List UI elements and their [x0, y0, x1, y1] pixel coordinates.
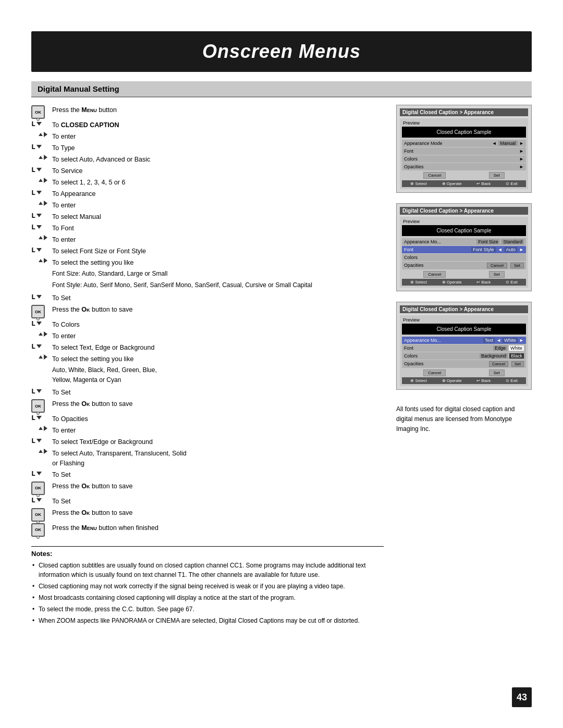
- arrow-ld-icon-10: L: [31, 342, 52, 350]
- panel2-bottom-bar: ⊕ Select ⊕ Operate ↩ Back ⊙ Exit: [402, 279, 526, 286]
- panel1-appearance-value: Manual: [498, 141, 518, 146]
- arrow-lr-icon-1: L: [31, 120, 52, 127]
- panel3-row-1: Appearance Mo... Text ◄ White ►: [402, 337, 526, 344]
- ok-button-icon-1: OK: [31, 304, 52, 318]
- menu-button-icon-2: OK: [31, 523, 52, 537]
- section-title: Digital Manual Setting: [31, 81, 532, 97]
- screen-panel-2: Digital Closed Caption > Appearance Prev…: [396, 203, 532, 291]
- instr-text-set4: To Set: [52, 496, 384, 507]
- instr-text-enter4: To enter: [52, 331, 384, 341]
- panel1-opacities-arrow: ►: [519, 164, 524, 169]
- instr-text-ok3: Press the Ok button to save: [52, 481, 384, 491]
- instr-text-setting2: To select the setting you like: [52, 354, 384, 364]
- arrow-ld-icon-8: L: [31, 293, 52, 300]
- font-style-info: Font Style: Auto, Serif Mono, Serif, San…: [52, 280, 384, 290]
- panel3-set-btn2[interactable]: Set: [489, 369, 505, 376]
- instr-row-set2: L To Set: [31, 387, 384, 398]
- panel3-white-value: White: [503, 338, 518, 343]
- page-title: Onscreen Menus: [42, 41, 521, 63]
- panel2-title: Digital Closed Caption > Appearance: [400, 207, 528, 215]
- page-header: Onscreen Menus: [31, 31, 532, 72]
- arrow-right-icon-3: [31, 177, 52, 183]
- arrow-ld-icon-2: L: [31, 143, 52, 150]
- panel1-cancel-btn[interactable]: Cancel: [423, 172, 446, 179]
- instr-text-set1: To Set: [52, 293, 384, 303]
- panel2-row-opacities: Opacities Cancel Set: [402, 262, 526, 269]
- arrow-ld-icon-11: L: [31, 387, 52, 394]
- panel1-opacities-label: Opacities: [404, 164, 424, 169]
- panel2-row-2: Font Font Style ◄ Auto ►: [402, 246, 526, 253]
- panel2-auto-value: Auto: [505, 247, 518, 252]
- panel2-cancel-btn2[interactable]: Cancel: [423, 271, 446, 278]
- instr-row-ok1: OK Press the Ok button to save: [31, 304, 384, 318]
- arrow-right-icon-4: [31, 200, 52, 206]
- panel1-bottom-bar: ⊕ Select ⊕ Operate ↩ Back ⊙ Exit: [402, 180, 526, 187]
- instr-row-font: L To Font: [31, 223, 384, 233]
- instr-text-opacities: To Opacities: [52, 414, 384, 424]
- instr-row-teb: L To select Text, Edge or Background: [31, 342, 384, 353]
- panel2-select: ⊕ Select: [410, 280, 426, 285]
- panel2-cancel-btn[interactable]: Cancel: [487, 263, 507, 268]
- note-item-2: Closed captioning may not work correctly…: [31, 582, 384, 591]
- panel2-opacities-label: Opacities: [404, 263, 424, 268]
- instr-text-teb2: To select Text/Edge or Background: [52, 437, 384, 447]
- panel3-font-label: Font: [404, 346, 413, 351]
- panel3-bg-black: Black: [509, 353, 524, 359]
- instr-row-set3: L To Set: [31, 470, 384, 480]
- instr-row-opacities: L To Opacities: [31, 414, 384, 424]
- instr-text-enter5: To enter: [52, 425, 384, 436]
- instr-text-teb: To select Text, Edge or Background: [52, 342, 384, 353]
- panel2-preview-label: Preview: [402, 219, 526, 224]
- note-item-3: Most broadcasts containing closed captio…: [31, 593, 384, 602]
- panel3-edge-white: White: [509, 346, 524, 351]
- panel3-row-colors: Colors Background Black: [402, 352, 526, 360]
- panel1-set-btn[interactable]: Set: [489, 172, 505, 179]
- instr-row-setting1: To select the setting you like: [31, 257, 384, 268]
- panel3-preview-box: Closed Caption Sample: [402, 324, 526, 335]
- instr-text-123: To select 1, 2, 3, 4, 5 or 6: [52, 177, 384, 188]
- instr-text-font: To Font: [52, 223, 384, 233]
- instr-text-trans: To select Auto, Transparent, Translucent…: [52, 448, 384, 468]
- instr-text-ok4: Press the Ok button to save: [52, 508, 384, 518]
- arrow-ld-icon-5: L: [31, 212, 52, 219]
- instr-row-enter5: To enter: [31, 425, 384, 436]
- panel3-cancel-btn[interactable]: Cancel: [489, 361, 508, 367]
- page-number: 43: [512, 687, 532, 707]
- instr-text-type: To Type: [52, 143, 384, 153]
- panel3-row-font: Font Edge White: [402, 344, 526, 352]
- panel1-preview-box: Closed Caption Sample: [402, 127, 526, 138]
- instr-row-menu: OK Press the Menu button: [31, 105, 384, 119]
- panel1-row-appearance: Appearance Mode ◄ Manual ►: [402, 140, 526, 147]
- note-item-5: When ZOOM aspects like PANORAMA or CINEM…: [31, 616, 384, 625]
- panel3-set-btn[interactable]: Set: [511, 361, 524, 367]
- panel2-row-1: Appearance Mo... Font Size Standard: [402, 238, 526, 245]
- instr-row-colors: L To Colors: [31, 319, 384, 330]
- panel2-back: ↩ Back: [476, 280, 491, 285]
- panel2-fontstyle-label: Font Style: [471, 247, 496, 252]
- instr-row-set4: L To Set: [31, 496, 384, 507]
- panel1-row-opacities: Opacities ►: [402, 163, 526, 170]
- instr-row-enter4: To enter: [31, 331, 384, 341]
- panel1-operate: ⊕ Operate: [442, 181, 462, 186]
- panel1-preview-label: Preview: [402, 120, 526, 126]
- arrow-right-icon-8: [31, 354, 52, 360]
- instr-row-set1: L To Set: [31, 293, 384, 303]
- panel1-appearance-arrow-l: ◄: [492, 141, 497, 146]
- arrow-ld-icon-4: L: [31, 189, 52, 196]
- font-size-info: Font Size: Auto, Standard, Large or Smal…: [52, 269, 384, 278]
- instr-text-enter1: To enter: [52, 131, 384, 142]
- panel2-set-btn[interactable]: Set: [510, 263, 524, 268]
- page-container: Onscreen Menus Digital Manual Setting OK…: [0, 0, 563, 728]
- arrow-right-icon-2: [31, 154, 52, 160]
- panel3-row-opacities: Opacities Cancel Set: [402, 360, 526, 368]
- panel2-fontsize-label: Font Size: [476, 239, 499, 244]
- panel2-preview-box: Closed Caption Sample: [402, 225, 526, 236]
- panel3-cancel-btn2[interactable]: Cancel: [423, 369, 446, 376]
- panel2-appearance-label: Appearance Mo...: [404, 239, 441, 244]
- right-column: Digital Closed Caption > Appearance Prev…: [396, 105, 532, 435]
- panel1-colors-arrow: ►: [519, 156, 524, 162]
- panel2-set-btn2[interactable]: Set: [489, 271, 505, 278]
- instr-text-auto: To select Auto, Advanced or Basic: [52, 154, 384, 165]
- panel3-edge-label: Edge: [493, 346, 507, 351]
- instr-row-ok4: OK Press the Ok button to save: [31, 508, 384, 522]
